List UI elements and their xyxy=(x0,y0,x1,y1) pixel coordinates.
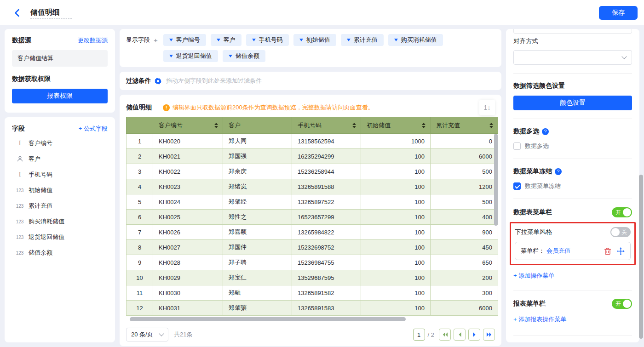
table-horizontal-scrollbar[interactable] xyxy=(130,317,406,321)
table-cell: KH0022 xyxy=(153,164,223,179)
save-button[interactable]: 保存 xyxy=(599,6,638,20)
multiselect-title: 数据多选 xyxy=(513,127,539,136)
table-cell: 13158562594 xyxy=(292,134,361,149)
table-cell: 100 xyxy=(361,225,431,240)
table-cell: KH0030 xyxy=(153,285,223,301)
current-page-input[interactable]: 1 xyxy=(413,329,425,341)
table-cell: KH0020 xyxy=(153,134,223,149)
formula-field-link[interactable]: + 公式字段 xyxy=(79,125,108,133)
field-item[interactable]: 123累计充值 xyxy=(12,198,108,214)
field-item[interactable]: 123退货退回储值 xyxy=(12,229,108,245)
table-cell: 郑肇经 xyxy=(223,194,292,210)
display-field-chip[interactable]: 客户编号 xyxy=(163,34,206,46)
display-field-chip[interactable]: 初始储值 xyxy=(293,34,336,46)
field-label: 储值余额 xyxy=(29,249,52,257)
table-row: 3KH0022郑余庆15236258944100500 xyxy=(126,164,498,179)
table-cell: 100 xyxy=(361,149,431,164)
display-field-chip[interactable]: 储值余额 xyxy=(223,50,265,62)
page-size-select[interactable]: 20 条/页 xyxy=(126,328,168,341)
table-cell: 1200 xyxy=(431,179,498,194)
display-fields-label: 显示字段 xyxy=(126,36,150,44)
chip-label: 手机号码 xyxy=(259,36,283,44)
pagination-bar: 20 条/页 共21条 1 / 2 xyxy=(126,328,495,341)
freeze-checkbox-row[interactable]: 数据菜单冻结 xyxy=(513,182,632,190)
table-cell: KH0031 xyxy=(153,301,223,316)
column-header[interactable]: 累计充值 xyxy=(431,117,498,134)
report-permission-button[interactable]: 报表权限 xyxy=(12,89,108,103)
table-menubar-toggle[interactable]: 开 xyxy=(612,207,632,217)
last-page-button[interactable] xyxy=(483,329,495,341)
sort-icon[interactable] xyxy=(422,123,426,128)
add-display-field-icon[interactable]: + xyxy=(154,36,158,44)
add-action-menu-link[interactable]: + 添加操作菜单 xyxy=(513,272,632,280)
field-item[interactable]: I客户编号 xyxy=(12,136,108,151)
help-icon[interactable]: ? xyxy=(555,168,562,175)
gear-icon[interactable] xyxy=(155,78,161,85)
sort-icon[interactable] xyxy=(489,123,493,128)
color-settings-button[interactable]: 颜色设置 xyxy=(513,96,632,110)
table-cell: 100 xyxy=(361,270,431,285)
field-item[interactable]: 客户 xyxy=(12,151,108,167)
display-field-chip[interactable]: 手机号码 xyxy=(246,34,289,46)
column-header xyxy=(126,117,153,134)
menu-item-row[interactable]: 菜单栏： 会员充值 xyxy=(515,242,631,260)
table-cell: 10 xyxy=(126,270,153,285)
table-cell: 500 xyxy=(431,194,498,210)
first-page-button[interactable] xyxy=(439,329,451,341)
checkbox-unchecked[interactable] xyxy=(513,142,521,150)
chip-label: 退货退回储值 xyxy=(176,52,212,60)
field-label: 客户 xyxy=(29,155,40,163)
field-item[interactable]: I手机号码 xyxy=(12,167,108,182)
table-row: 5KH0024郑肇经13265897522100500 xyxy=(126,194,498,210)
prev-page-button[interactable] xyxy=(454,329,466,341)
move-icon[interactable] xyxy=(617,247,625,255)
sort-icon[interactable] xyxy=(214,123,218,128)
sort-icon[interactable] xyxy=(352,123,356,128)
next-page-button[interactable] xyxy=(468,329,480,341)
table-cell: 100 xyxy=(361,301,431,316)
checkbox-checked[interactable] xyxy=(513,182,521,190)
table-cell: 郑余庆 xyxy=(223,164,292,179)
field-item[interactable]: 123购买消耗储值 xyxy=(12,214,108,229)
multiselect-checkbox-row[interactable]: 数据多选 xyxy=(513,142,632,150)
align-select[interactable] xyxy=(513,50,632,65)
add-report-menu-link[interactable]: + 添加报表操作菜单 xyxy=(513,315,632,324)
table-cell: 500 xyxy=(431,164,498,179)
sort-order-icon[interactable]: 1↓ xyxy=(479,100,495,115)
table-cell: 15232698752 xyxy=(292,240,361,255)
column-header[interactable]: 初始储值 xyxy=(361,117,431,134)
number-field-icon: 123 xyxy=(15,235,25,240)
field-label: 客户编号 xyxy=(29,139,52,148)
display-field-chip[interactable]: 客户 xyxy=(211,34,242,46)
back-icon[interactable] xyxy=(11,7,22,18)
table-cell: 郑子聘 xyxy=(223,255,292,270)
table-cell: 郑嘉颖 xyxy=(223,225,292,240)
table-cell: KH0024 xyxy=(153,194,223,210)
table-cell: 15236984755 xyxy=(292,255,361,270)
chevron-down-icon xyxy=(252,39,256,41)
dropdown-style-toggle[interactable]: 关 xyxy=(610,227,631,237)
datasource-panel: 数据源 更改数据源 客户储值结算 数据获取权限 报表权限 xyxy=(5,29,115,113)
column-header[interactable]: 手机号码 xyxy=(292,117,361,134)
window-vertical-scrollbar[interactable] xyxy=(639,175,643,339)
menu-item-prefix: 菜单栏： xyxy=(521,247,545,255)
table-vertical-scrollbar[interactable] xyxy=(494,134,498,226)
display-field-chip[interactable]: 退货退回储值 xyxy=(163,50,218,62)
table-row: 8KH0027郑国仲15232698752100450 xyxy=(126,240,498,255)
column-header[interactable]: 客户编号 xyxy=(153,117,223,134)
field-item[interactable]: 123储值余额 xyxy=(12,245,108,261)
field-item[interactable]: 123初始储值 xyxy=(12,182,108,198)
table-menubar-title: 数据表菜单栏 xyxy=(513,208,552,216)
report-menubar-toggle[interactable]: 开 xyxy=(612,299,632,309)
change-datasource-link[interactable]: 更改数据源 xyxy=(78,36,108,45)
trash-icon[interactable] xyxy=(604,247,611,255)
chevron-down-icon xyxy=(394,39,398,41)
table-cell: 100 xyxy=(361,194,431,210)
table-cell: 13265891582 xyxy=(292,285,361,301)
chevron-down-icon xyxy=(347,39,351,41)
table-cell: 3 xyxy=(126,164,153,179)
display-field-chip[interactable]: 累计充值 xyxy=(341,34,384,46)
display-field-chip[interactable]: 购买消耗储值 xyxy=(388,34,443,46)
table-cell: KH0021 xyxy=(153,149,223,164)
help-icon[interactable]: ? xyxy=(542,128,549,135)
